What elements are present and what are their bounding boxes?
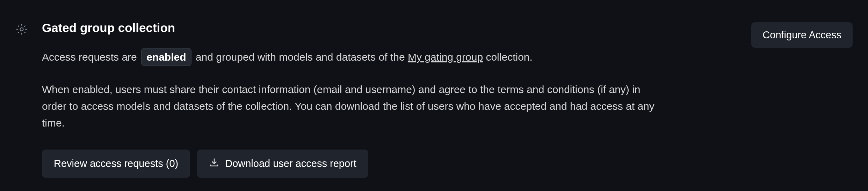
svg-line-5 [18, 25, 19, 26]
svg-line-6 [24, 32, 26, 33]
content-column: Gated group collection Access requests a… [42, 21, 657, 178]
gate-icon-col [15, 21, 28, 178]
svg-point-0 [20, 28, 23, 31]
status-mid: and grouped with models and datasets of … [196, 51, 405, 63]
status-badge: enabled [141, 48, 191, 66]
header-row: Gated group collection [42, 21, 657, 35]
page-title: Gated group collection [42, 21, 175, 35]
svg-line-7 [18, 32, 19, 33]
svg-line-8 [24, 25, 26, 26]
download-report-label: Download user access report [225, 158, 356, 169]
status-prefix: Access requests are [42, 51, 137, 63]
gate-icon [15, 31, 28, 37]
review-access-label: Review access requests (0) [54, 158, 178, 169]
status-line: Access requests are enabled and grouped … [42, 48, 657, 66]
download-report-button[interactable]: Download user access report [197, 150, 368, 178]
gating-group-link[interactable]: My gating group [408, 51, 483, 63]
review-access-button[interactable]: Review access requests (0) [42, 150, 190, 178]
configure-access-button[interactable]: Configure Access [751, 22, 853, 48]
button-row: Review access requests (0) Download user… [42, 150, 657, 178]
status-suffix: collection. [486, 51, 532, 63]
download-icon [209, 157, 219, 170]
gated-group-panel: Gated group collection Access requests a… [15, 21, 853, 178]
configure-access-label: Configure Access [762, 29, 841, 40]
description-text: When enabled, users must share their con… [42, 81, 657, 131]
